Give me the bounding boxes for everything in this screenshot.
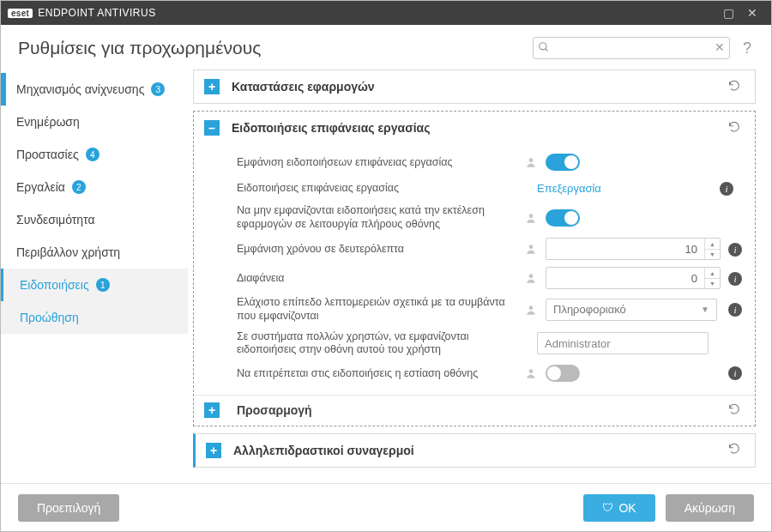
panel-header-customization[interactable]: + Προσαρμογή bbox=[194, 395, 755, 426]
row-show-desktop: Εμφάνιση ειδοποιήσεων επιφάνειας εργασία… bbox=[237, 149, 745, 175]
panel-header-app-states[interactable]: + Καταστάσεις εφαρμογών bbox=[194, 70, 755, 103]
transparency-input[interactable] bbox=[546, 268, 704, 288]
row-desktop-edit: Ειδοποιήσεις επιφάνειας εργασίας Επεξεργ… bbox=[237, 175, 745, 201]
info-icon[interactable]: i bbox=[728, 303, 742, 317]
verbosity-value: Πληροφοριακό bbox=[553, 303, 626, 316]
svg-point-3 bbox=[529, 214, 534, 218]
verbosity-select[interactable]: Πληροφοριακό ▼ bbox=[546, 299, 717, 321]
window-maximize-icon[interactable]: ▢ bbox=[716, 6, 740, 20]
info-icon[interactable]: i bbox=[728, 243, 742, 257]
edit-link[interactable]: Επεξεργασία bbox=[537, 182, 601, 195]
expand-icon: + bbox=[204, 402, 220, 418]
spin-down-icon[interactable]: ▼ bbox=[705, 250, 720, 260]
info-icon[interactable]: i bbox=[728, 366, 742, 380]
row-verbosity: Ελάχιστο επίπεδο λεπτομερειών σχετικά με… bbox=[237, 293, 745, 326]
spin-down-icon[interactable]: ▼ bbox=[705, 279, 720, 289]
expand-icon: + bbox=[206, 443, 221, 458]
info-icon[interactable]: i bbox=[728, 272, 742, 286]
cancel-button[interactable]: Ακύρωση bbox=[666, 494, 754, 522]
header-row: Ρυθμίσεις για προχωρημένους ✕ ? bbox=[1, 25, 771, 66]
sidebar-badge: 1 bbox=[96, 278, 110, 292]
panel-header-desktop-notifications[interactable]: – Ειδοποιήσεις επιφάνειας εργασίας bbox=[194, 112, 755, 144]
titlebar: eset ENDPOINT ANTIVIRUS ▢ ✕ bbox=[1, 1, 771, 25]
spin-up-icon[interactable]: ▲ bbox=[705, 239, 720, 250]
chevron-down-icon: ▼ bbox=[701, 305, 709, 314]
panel-title: Ειδοποιήσεις επιφάνειας εργασίας bbox=[232, 121, 715, 135]
brand-badge: eset bbox=[8, 9, 33, 18]
default-button[interactable]: Προεπιλογή bbox=[18, 494, 119, 522]
row-transparency: Διαφάνεια ▲▼ i bbox=[237, 263, 745, 293]
toggle-fullscreen[interactable] bbox=[546, 209, 580, 227]
svg-point-5 bbox=[529, 275, 534, 279]
info-icon[interactable]: i bbox=[720, 182, 733, 196]
person-icon bbox=[525, 304, 537, 316]
sidebar-item-connectivity[interactable]: Συνδεσιμότητα bbox=[1, 203, 188, 236]
setting-label: Ελάχιστο επίπεδο λεπτομερειών σχετικά με… bbox=[237, 296, 516, 323]
sidebar-item-label: Προώθηση bbox=[20, 311, 79, 324]
person-icon bbox=[525, 367, 537, 379]
svg-line-1 bbox=[546, 49, 548, 51]
setting-label: Εμφάνιση χρόνου σε δευτερόλεπτα bbox=[237, 243, 516, 255]
row-fullscreen: Να μην εμφανίζονται ειδοποιήσεις κατά τη… bbox=[237, 201, 745, 234]
panel-body: Εμφάνιση ειδοποιήσεων επιφάνειας εργασία… bbox=[194, 144, 755, 395]
sidebar-item-label: Εργαλεία bbox=[16, 180, 65, 194]
footer: Προεπιλογή 🛡 OK Ακύρωση bbox=[1, 483, 771, 531]
main: + Καταστάσεις εφαρμογών – Ειδοποιήσεις ε… bbox=[188, 66, 771, 483]
revert-icon[interactable] bbox=[727, 120, 745, 136]
search-clear-icon[interactable]: ✕ bbox=[715, 40, 725, 54]
setting-label: Να μην εμφανίζονται ειδοποιήσεις κατά τη… bbox=[237, 204, 516, 231]
collapse-icon: – bbox=[204, 120, 220, 136]
app-window: eset ENDPOINT ANTIVIRUS ▢ ✕ Ρυθμίσεις γι… bbox=[0, 0, 772, 532]
sidebar-item-label: Προστασίες bbox=[16, 148, 79, 161]
help-icon[interactable]: ? bbox=[739, 39, 756, 57]
shield-icon: 🛡 bbox=[602, 501, 613, 514]
svg-point-7 bbox=[529, 369, 534, 373]
revert-icon[interactable] bbox=[727, 442, 745, 458]
person-icon bbox=[525, 272, 537, 284]
panel-app-states: + Καταστάσεις εφαρμογών bbox=[193, 70, 756, 104]
app-title: ENDPOINT ANTIVIRUS bbox=[38, 7, 155, 19]
panel-desktop-notifications: – Ειδοποιήσεις επιφάνειας εργασίας Εμφάν… bbox=[193, 111, 756, 426]
ok-button[interactable]: 🛡 OK bbox=[583, 494, 654, 522]
seconds-input[interactable] bbox=[546, 239, 704, 259]
setting-label: Σε συστήματα πολλών χρηστών, να εμφανίζο… bbox=[237, 330, 520, 357]
multiuser-input[interactable] bbox=[537, 332, 709, 354]
setting-label: Διαφάνεια bbox=[237, 272, 516, 284]
sidebar-item-detection-engine[interactable]: Μηχανισμός ανίχνευσης 3 bbox=[1, 73, 188, 106]
expand-icon: + bbox=[204, 79, 220, 94]
sidebar-item-tools[interactable]: Εργαλεία 2 bbox=[1, 171, 188, 203]
row-focus: Να επιτρέπεται στις ειδοποιήσεις η εστία… bbox=[237, 360, 745, 386]
revert-icon[interactable] bbox=[727, 79, 745, 95]
search-input[interactable] bbox=[533, 37, 730, 59]
setting-label: Να επιτρέπεται στις ειδοποιήσεις η εστία… bbox=[237, 367, 516, 379]
sidebar: Μηχανισμός ανίχνευσης 3 Ενημέρωση Προστα… bbox=[1, 66, 188, 483]
sidebar-badge: 4 bbox=[86, 148, 100, 161]
sidebar-item-label: Ειδοποιήσεις bbox=[20, 278, 89, 292]
transparency-stepper[interactable]: ▲▼ bbox=[546, 267, 721, 289]
spin-up-icon[interactable]: ▲ bbox=[705, 268, 720, 279]
sidebar-item-update[interactable]: Ενημέρωση bbox=[1, 106, 188, 138]
toggle-show-desktop[interactable] bbox=[546, 154, 580, 171]
revert-icon[interactable] bbox=[727, 402, 745, 419]
panel-header-interactive-alerts[interactable]: + Αλληλεπιδραστικοί συναγερμοί bbox=[196, 434, 755, 467]
sidebar-item-ui[interactable]: Περιβάλλον χρήστη bbox=[1, 236, 188, 269]
svg-point-0 bbox=[540, 43, 546, 50]
panel-title: Προσαρμογή bbox=[232, 403, 715, 417]
search-box: ✕ bbox=[533, 37, 730, 59]
svg-point-6 bbox=[529, 305, 534, 310]
panel-interactive-alerts: + Αλληλεπιδραστικοί συναγερμοί bbox=[193, 433, 756, 468]
setting-label: Ειδοποιήσεις επιφάνειας εργασίας bbox=[237, 182, 520, 194]
svg-point-2 bbox=[529, 158, 534, 162]
row-seconds: Εμφάνιση χρόνου σε δευτερόλεπτα ▲▼ i bbox=[237, 234, 745, 263]
sidebar-item-notifications[interactable]: Ειδοποιήσεις 1 bbox=[1, 269, 188, 301]
seconds-stepper[interactable]: ▲▼ bbox=[546, 238, 721, 260]
person-icon bbox=[525, 212, 537, 224]
window-close-icon[interactable]: ✕ bbox=[740, 6, 764, 20]
sidebar-item-protections[interactable]: Προστασίες 4 bbox=[1, 138, 188, 171]
sidebar-item-forwarding[interactable]: Προώθηση bbox=[1, 301, 188, 334]
panel-title: Καταστάσεις εφαρμογών bbox=[232, 80, 715, 94]
body: Μηχανισμός ανίχνευσης 3 Ενημέρωση Προστα… bbox=[1, 66, 771, 483]
row-multiuser: Σε συστήματα πολλών χρηστών, να εμφανίζο… bbox=[237, 327, 745, 360]
toggle-focus[interactable] bbox=[546, 365, 580, 382]
sidebar-badge: 3 bbox=[151, 82, 165, 96]
